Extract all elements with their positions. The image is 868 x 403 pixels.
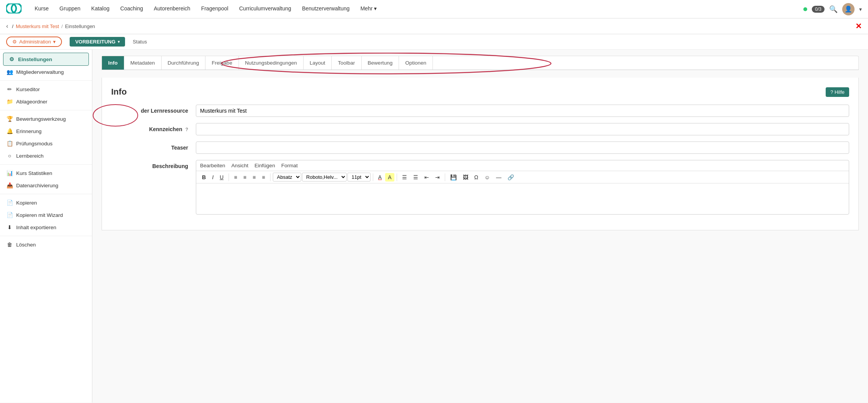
toolbar-insert-hr[interactable]: — <box>493 173 504 182</box>
sidebar-erinnerung-label: Erinnerung <box>16 128 42 134</box>
nav-links: Kurse Gruppen Katalog Coaching Autorenbe… <box>29 0 803 18</box>
vorbereitung-button[interactable]: VORBEREITUNG ▾ <box>70 37 125 47</box>
tab-optionen[interactable]: Optionen <box>399 56 433 70</box>
toolbar-indent-less[interactable]: ⇤ <box>422 173 432 182</box>
bell-icon: 🔔 <box>6 128 13 134</box>
sidebar-item-kurs-statistiken[interactable]: 📊 Kurs Statistiken <box>0 167 92 179</box>
tab-nutzungsbedingungen[interactable]: Nutzungsbedingungen <box>239 56 304 70</box>
topnav-right: 0/3 🔍 👤 ▾ <box>803 3 862 15</box>
sidebar-item-mitgliederverwaltung[interactable]: 👥 Mitgliederverwaltung <box>0 66 92 78</box>
toolbar-italic[interactable]: I <box>209 173 216 182</box>
close-icon[interactable]: ✕ <box>855 22 862 31</box>
page-title: Info <box>111 87 127 97</box>
toolbar-insert-image[interactable]: 🖼 <box>460 173 471 182</box>
sidebar-item-erinnerung[interactable]: 🔔 Erinnerung <box>0 125 92 137</box>
nav-kurse[interactable]: Kurse <box>29 0 54 18</box>
sidebar-kopieren-label: Kopieren <box>16 200 37 206</box>
toolbar-indent-more[interactable]: ⇥ <box>432 173 442 182</box>
hilfe-button[interactable]: ? Hilfe <box>826 87 849 97</box>
toolbar-paragraph-select[interactable]: Absatz <box>273 173 301 182</box>
toolbar-bold[interactable]: B <box>199 173 209 182</box>
kennzeichen-help-icon[interactable]: ? <box>185 127 188 132</box>
gear-icon: ⚙ <box>8 56 15 62</box>
main-layout: ⚙ Einstellungen 👥 Mitgliederverwaltung ✏… <box>0 50 868 403</box>
sidebar-item-datenarchivierung[interactable]: 📥 Datenarchivierung <box>0 179 92 192</box>
sidebar-bewertungswerkzeug-label: Bewertungswerkzeug <box>16 116 66 122</box>
tab-info[interactable]: Info <box>102 56 124 70</box>
tab-toolbar[interactable]: Toolbar <box>332 56 361 70</box>
top-navigation: Kurse Gruppen Katalog Coaching Autorenbe… <box>0 0 868 18</box>
sidebar-item-lernbereich[interactable]: ○ Lernbereich <box>0 150 92 162</box>
sidebar-kopierenwizard-label: Kopieren mit Wizard <box>16 212 63 218</box>
toolbar-insert-file[interactable]: 💾 <box>447 173 459 182</box>
toolbar-font-color[interactable]: A <box>376 173 384 182</box>
tab-freigabe[interactable]: Freigabe <box>205 56 239 70</box>
sidebar-item-pruefungsmodus[interactable]: 📋 Prüfungsmodus <box>0 137 92 150</box>
sidebar-item-loeschen[interactable]: 🗑 Löschen <box>0 238 92 251</box>
copy-wizard-icon: 📄 <box>6 212 13 218</box>
menu-einfuegen[interactable]: Einfügen <box>255 163 275 168</box>
sidebar-ablageordner-label: Ablageordner <box>16 99 47 105</box>
breadcrumb-sep-2: / <box>61 23 63 29</box>
form-row-beschreibung: Beschreibung Bearbeiten Ansicht Einfügen… <box>111 160 849 215</box>
tab-layout[interactable]: Layout <box>304 56 332 70</box>
teaser-label: Teaser <box>111 142 196 151</box>
vorbereitung-dropdown-icon: ▾ <box>118 40 120 44</box>
search-icon[interactable]: 🔍 <box>829 5 838 13</box>
kennzeichen-label-text: Kennzeichen <box>149 126 182 132</box>
sidebar-item-kopieren-wizard[interactable]: 📄 Kopieren mit Wizard <box>0 209 92 221</box>
toolbar-underline[interactable]: U <box>217 173 226 182</box>
toolbar-align-right[interactable]: ≡ <box>250 173 258 182</box>
toolbar-highlight-color[interactable]: A <box>385 173 394 182</box>
toolbar-size-select[interactable]: 11pt <box>347 173 371 182</box>
tab-durchfuehrung[interactable]: Durchführung <box>162 56 206 70</box>
sidebar-item-ablageordner[interactable]: 📁 Ablageordner <box>0 95 92 108</box>
nav-gruppen[interactable]: Gruppen <box>54 0 86 18</box>
sidebar-item-kurseditor[interactable]: ✏ Kurseditor <box>0 83 92 95</box>
nav-coaching[interactable]: Coaching <box>115 0 149 18</box>
beschreibung-label: Beschreibung <box>111 160 196 169</box>
toolbar-insert-emoji[interactable]: ☺ <box>482 173 492 182</box>
sidebar-kurseditor-label: Kurseditor <box>16 87 40 92</box>
nav-curriculumverwaltung[interactable]: Curriculumverwaltung <box>234 0 296 18</box>
user-dropdown-arrow[interactable]: ▾ <box>859 6 862 12</box>
sidebar-item-einstellungen[interactable]: ⚙ Einstellungen <box>3 53 89 66</box>
form-row-teaser: Teaser <box>111 142 849 154</box>
toolbar-list-ordered[interactable]: ☰ <box>411 173 421 182</box>
menu-bearbeiten[interactable]: Bearbeiten <box>200 163 225 168</box>
toolbar-insert-special[interactable]: Ω <box>472 173 481 182</box>
lernressource-input[interactable] <box>196 105 849 117</box>
nav-fragenpool[interactable]: Fragenpool <box>196 0 234 18</box>
toolbar-list-bullet[interactable]: ☰ <box>399 173 410 182</box>
teaser-input[interactable] <box>196 142 849 154</box>
toolbar-font-select[interactable]: Roboto,Helv... <box>302 173 347 182</box>
menu-ansicht[interactable]: Ansicht <box>231 163 248 168</box>
user-badge[interactable]: 0/3 <box>812 6 825 13</box>
sidebar-item-kopieren[interactable]: 📄 Kopieren <box>0 197 92 209</box>
administration-button[interactable]: ⚙ Administration ▾ <box>6 37 62 47</box>
sidebar-lernbereich-label: Lernbereich <box>16 153 43 159</box>
nav-benutzerverwaltung[interactable]: Benutzerverwaltung <box>297 0 355 18</box>
toolbar-align-justify[interactable]: ≡ <box>259 173 268 182</box>
administration-label: Administration <box>19 39 51 45</box>
breadcrumb-sep-1: / <box>12 23 13 29</box>
nav-mehr[interactable]: Mehr ▾ <box>355 0 382 18</box>
avatar[interactable]: 👤 <box>842 3 855 15</box>
sidebar-item-inhalt-exportieren[interactable]: ⬇ Inhalt exportieren <box>0 221 92 233</box>
kennzeichen-input[interactable] <box>196 123 849 135</box>
toolbar-align-left[interactable]: ≡ <box>231 173 240 182</box>
editor-body[interactable] <box>196 183 849 214</box>
breadcrumb-back[interactable]: ‹ <box>6 23 8 30</box>
admin-bar: ⚙ Administration ▾ VORBEREITUNG ▾ Status <box>0 34 868 50</box>
sidebar-item-bewertungswerkzeug[interactable]: 🏆 Bewertungswerkzeug <box>0 113 92 125</box>
breadcrumb-parent[interactable]: Musterkurs mit Test <box>16 23 59 29</box>
tab-metadaten[interactable]: Metadaten <box>124 56 162 70</box>
toolbar-align-center[interactable]: ≡ <box>240 173 249 182</box>
tab-bewertung[interactable]: Bewertung <box>362 56 399 70</box>
nav-autorenbereich[interactable]: Autorenbereich <box>149 0 196 18</box>
nav-katalog[interactable]: Katalog <box>86 0 115 18</box>
logo[interactable] <box>6 3 22 15</box>
menu-format[interactable]: Format <box>281 163 298 168</box>
toolbar-insert-link[interactable]: 🔗 <box>505 173 517 182</box>
sidebar-datenarchivierung-label: Datenarchivierung <box>16 183 58 188</box>
